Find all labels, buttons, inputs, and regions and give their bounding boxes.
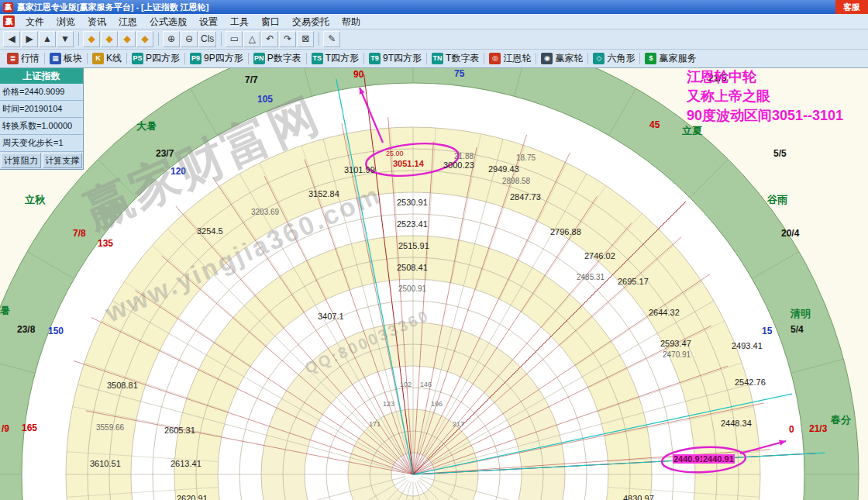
ring-value: 3559.66 (96, 423, 124, 432)
gann-wheel-chart[interactable]: 3101.993051.143000.232949.432898.582847.… (0, 68, 868, 500)
menu-item-设置[interactable]: 设置 (193, 14, 224, 29)
diamond-1-icon[interactable]: ◆ (83, 31, 100, 47)
menu-item-交易委托[interactable]: 交易委托 (286, 14, 336, 29)
ring-value: 2593.47 (660, 339, 691, 348)
hexagon-icon: ◇ (593, 53, 604, 64)
calc-resistance-button[interactable]: 计算阻力 (1, 153, 41, 168)
nav-left-icon[interactable]: ◀ (3, 31, 20, 47)
nav-up-icon[interactable]: ▲ (39, 31, 56, 47)
clear-button[interactable]: Cls (198, 31, 216, 47)
tool-quotes[interactable]: ≣行情 (3, 51, 43, 67)
customer-service-button[interactable]: 客服 (835, 0, 868, 14)
solar-term-label: 大暑 (136, 121, 157, 132)
ring-value: 2440.91 (702, 454, 735, 464)
gann-wheel-label: 江恩轮 (503, 52, 531, 65)
winner-wheel-icon: ◉ (541, 53, 553, 64)
rect-tool-icon[interactable]: ▭ (226, 31, 243, 47)
menu-items: 文件浏览资讯江恩公式选股设置工具窗口交易委托帮助 (19, 14, 367, 29)
info-row: 时间=20190104 (0, 101, 83, 118)
ring-value: 146 (420, 381, 432, 389)
tool-winner-service[interactable]: $赢家服务 (641, 51, 700, 67)
winner-service-label: 赢家服务 (659, 52, 696, 65)
degree-label: 150 (48, 326, 64, 336)
icon-toolbar: ◀▶▲▼◆◆◆◆⊕⊖Cls▭△↶↷⊠✎ (0, 29, 868, 50)
tool-9p-square[interactable]: P99P四方形 (186, 51, 247, 67)
tool-p-square[interactable]: PSP四方形 (128, 51, 184, 67)
t-table-icon: TN (432, 53, 443, 64)
info-row: 价格=2440.9099 (0, 84, 83, 101)
diamond-3-icon[interactable]: ◆ (119, 31, 136, 47)
toolbar-separator (184, 53, 185, 64)
ring-value: 123 (383, 401, 394, 409)
tool-t-table[interactable]: TNT数字表 (428, 51, 483, 67)
menu-logo-icon: 赢 (3, 16, 15, 27)
menu-item-浏览[interactable]: 浏览 (50, 14, 81, 29)
ring-value: 2440.91 (673, 454, 705, 464)
toolbar-separator (78, 33, 79, 46)
toolbar-separator (639, 53, 640, 64)
window-title: 赢家江恩专业版[赢家服务平台] - [上证指数 江恩轮] (17, 2, 208, 13)
toolbar-separator (221, 33, 222, 46)
zoom-out-icon[interactable]: ⊖ (181, 31, 198, 47)
ring-value: 2847.73 (510, 192, 541, 202)
rotate-ccw-icon[interactable]: ↶ (261, 31, 278, 47)
toolbar-separator (484, 53, 484, 64)
degree-label: 165 (22, 423, 37, 433)
ring-value: 21.88 (454, 152, 474, 160)
ring-value: 2898.58 (502, 177, 530, 185)
tool-sectors[interactable]: ▦板块 (46, 51, 86, 67)
annotation-text: 又称上帝之眼 (687, 89, 770, 105)
diamond-2-icon[interactable]: ◆ (101, 31, 118, 47)
title-bar: 赢 赢家江恩专业版[赢家服务平台] - [上证指数 江恩轮] 客服 (0, 0, 868, 14)
menu-item-窗口[interactable]: 窗口 (255, 14, 286, 29)
app-logo-icon: 赢 (3, 2, 13, 12)
ring-value: 102 (400, 381, 412, 389)
tool-p-table[interactable]: PNP数字表 (250, 51, 305, 67)
solar-term-label: 谷雨 (767, 195, 787, 205)
triangle-tool-icon[interactable]: △ (243, 31, 260, 47)
menu-item-文件[interactable]: 文件 (19, 14, 50, 29)
zoom-in-icon[interactable]: ⊕ (163, 31, 180, 47)
tool-winner-wheel[interactable]: ◉赢家轮 (537, 51, 587, 67)
ring-value: 25.00 (386, 150, 404, 158)
9p-square-icon: P9 (190, 53, 202, 64)
date-label: 7/8 (73, 229, 86, 239)
winner-wheel-label: 赢家轮 (555, 52, 583, 65)
ring-value: 2500.91 (398, 284, 426, 293)
calc-support-button[interactable]: 计算支撑 (43, 153, 83, 168)
diamond-4-icon[interactable]: ◆ (136, 31, 153, 47)
nav-right-icon[interactable]: ▶ (21, 31, 38, 47)
tool-t-square[interactable]: TST四方形 (308, 51, 363, 67)
rotate-cw-icon[interactable]: ↷ (279, 31, 296, 47)
menu-item-公式选股[interactable]: 公式选股 (143, 14, 193, 29)
tool-hexagon[interactable]: ◇六角形 (589, 51, 639, 67)
ring-value: 3203.69 (251, 208, 279, 216)
tool-kline[interactable]: KK线 (88, 51, 126, 67)
date-label: /9 (2, 424, 9, 434)
tool-9t-square[interactable]: T99T四方形 (365, 51, 425, 67)
sectors-icon: ▦ (50, 53, 61, 64)
ring-value: 3051.14 (393, 159, 424, 168)
app-window: { "title_bar": { "title": "赢家江恩专业版[赢家服务平… (0, 0, 868, 500)
ring-value: 2493.41 (732, 341, 763, 350)
tool-gann-wheel[interactable]: ◎江恩轮 (485, 51, 535, 67)
ring-value: 2949.43 (488, 164, 519, 174)
toolbar-separator (426, 53, 427, 64)
ring-value: 18.75 (516, 153, 536, 162)
draw-tool-icon[interactable]: ✎ (323, 31, 340, 47)
t-table-label: T数字表 (446, 52, 479, 65)
menu-item-帮助[interactable]: 帮助 (336, 14, 367, 29)
nav-down-icon[interactable]: ▼ (57, 31, 74, 47)
degree-label: 0 (789, 425, 794, 435)
annotation-text: 90度波动区间3051--3101 (687, 109, 843, 124)
menu-item-工具[interactable]: 工具 (224, 14, 255, 29)
ring-value: 2605.31 (164, 426, 195, 435)
toolbar-separator (158, 33, 159, 46)
select-region-icon[interactable]: ⊠ (297, 31, 314, 47)
p-square-label: P四方形 (146, 52, 180, 65)
index-name-header: 上证指数 (0, 68, 83, 84)
degree-label: 90 (353, 70, 363, 80)
menu-item-资讯[interactable]: 资讯 (81, 14, 112, 29)
menu-item-江恩[interactable]: 江恩 (112, 14, 143, 29)
toolbar-separator (44, 53, 45, 64)
